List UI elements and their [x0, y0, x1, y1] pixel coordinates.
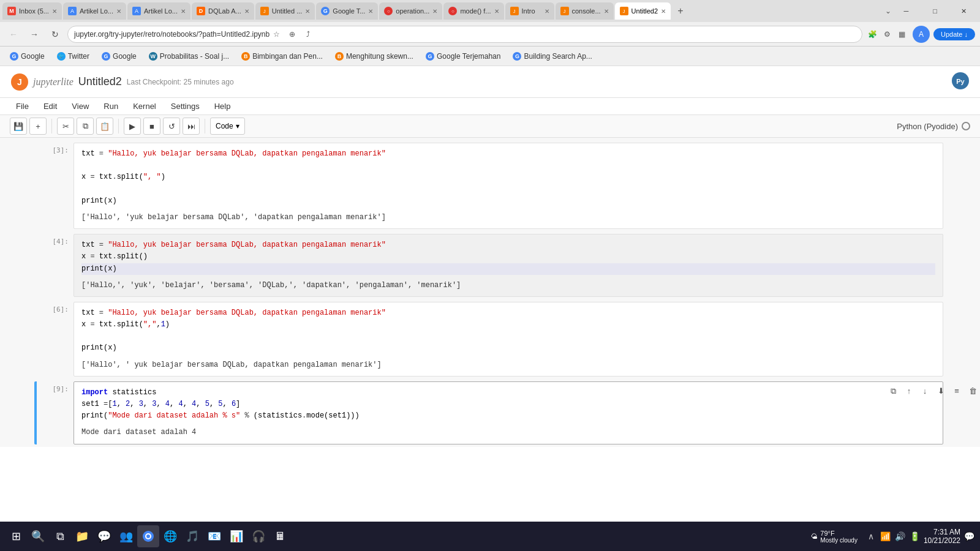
clock-display[interactable]: 7:31 AM 10/21/2022	[924, 528, 960, 545]
share-icon[interactable]: ⤴	[301, 28, 315, 41]
tab-intro[interactable]: J Intro ✕	[505, 2, 554, 20]
bookmark-twitter[interactable]: 🐦 Twitter	[52, 49, 94, 64]
cortana-button[interactable]: 💬	[93, 525, 115, 547]
menu-settings[interactable]: Settings	[165, 99, 206, 113]
menu-help[interactable]: Help	[208, 99, 237, 113]
tab-google-close[interactable]: ✕	[368, 8, 373, 15]
cell-9-line3: print("Mode dari dataset adalah % s" % (…	[81, 411, 360, 420]
address-bar[interactable]: jupyter.org/try-jupyter/retro/notebooks/…	[67, 26, 862, 43]
stop-button[interactable]: ■	[143, 118, 160, 135]
extensions-button[interactable]: 🧩	[866, 28, 880, 41]
tab-artikel2-close[interactable]: ✕	[181, 8, 186, 15]
tray-chevron[interactable]: ∧	[865, 530, 877, 542]
tray-battery[interactable]: 🔋	[909, 530, 921, 542]
bookmark-probabilitas[interactable]: W Probabilitas - Soal j...	[144, 49, 234, 64]
update-button[interactable]: Update ↓	[933, 28, 975, 40]
tab-dqlab[interactable]: D DQLab A... ✕	[192, 2, 254, 20]
cell-move-up-button[interactable]: ↑	[902, 384, 916, 399]
menu-file[interactable]: File	[10, 99, 35, 113]
edge-taskbar[interactable]: 🌐	[159, 525, 181, 547]
bookmark-bimbingan[interactable]: B Bimbingan dan Pen...	[236, 49, 328, 64]
tab-untitled-close[interactable]: ✕	[305, 8, 310, 15]
paste-button[interactable]: 📋	[96, 118, 113, 135]
spotify-taskbar[interactable]: 🎧	[247, 525, 270, 547]
tab-untitled[interactable]: J Untitled ... ✕	[255, 2, 315, 20]
run-button[interactable]: ▶	[124, 118, 141, 135]
tab-artikel2[interactable]: A Artikel Lo... ✕	[127, 2, 190, 20]
explorer-button[interactable]: 📁	[71, 525, 93, 547]
settings-button[interactable]: ⚙	[881, 28, 894, 41]
notification-button[interactable]: 💬	[963, 530, 975, 542]
tab-gmail-close[interactable]: ✕	[52, 8, 57, 15]
cell-4-content[interactable]: txt = "Hallo, yuk belajar bersama DQLab,…	[74, 234, 943, 297]
menu-edit[interactable]: Edit	[37, 99, 63, 113]
restart-run-button[interactable]: ⏭	[183, 118, 200, 135]
cell-format-button[interactable]: ≡	[949, 384, 964, 399]
tray-network[interactable]: 📶	[880, 530, 892, 542]
tab-dqlab-close[interactable]: ✕	[244, 8, 249, 15]
tab-gmail-title: Inbox (5...	[19, 7, 49, 15]
kernel-status-circle	[962, 122, 970, 130]
start-button[interactable]: ⊞	[5, 525, 27, 547]
reload-button[interactable]: ↻	[47, 26, 64, 43]
tab-mode-close[interactable]: ✕	[494, 8, 499, 15]
bookmark-google1[interactable]: G Google	[5, 49, 50, 64]
taskview-button[interactable]: ⧉	[49, 525, 71, 547]
cell-copy-button[interactable]: ⧉	[886, 384, 900, 399]
cell-delete-button[interactable]: 🗑	[965, 384, 980, 399]
copy-button[interactable]: ⧉	[77, 118, 94, 135]
cell-6-content[interactable]: txt = "Hallo, yuk belajar bersama DQLab,…	[74, 302, 943, 377]
teams-button[interactable]: 👥	[115, 525, 137, 547]
cut-button[interactable]: ✂	[57, 118, 74, 135]
forward-button[interactable]: →	[26, 26, 43, 43]
jupyter-logo: J jupyterlite	[10, 72, 74, 92]
cell-3-content[interactable]: txt = "Hallo, yuk belajar bersama DQLab,…	[74, 143, 943, 229]
cell-type-dropdown[interactable]: Code ▾	[210, 118, 245, 135]
tab-artikel1-close[interactable]: ✕	[116, 8, 121, 15]
tab-list-button[interactable]: ⌄	[885, 7, 891, 15]
profile-button[interactable]: A	[913, 26, 930, 43]
calc-taskbar[interactable]: 🖩	[270, 525, 292, 547]
outlook-taskbar[interactable]: 📧	[203, 525, 225, 547]
tab-console-close[interactable]: ✕	[604, 8, 609, 15]
tab-operation-close[interactable]: ✕	[432, 8, 437, 15]
bookmark-menghitung[interactable]: B Menghitung skewn...	[330, 49, 418, 64]
bookmark-star-icon[interactable]: ☆	[270, 28, 283, 41]
zoom-icon[interactable]: ⊕	[285, 28, 299, 41]
tab-google[interactable]: G Google T... ✕	[316, 2, 378, 20]
cell-6-output: ['Hallo', ' yuk belajar bersama DQLab, d…	[81, 358, 935, 371]
back-button[interactable]: ←	[5, 26, 22, 43]
maximize-button[interactable]: □	[921, 0, 949, 22]
cell-9-content[interactable]: import statistics set1 =[1, 2, 3, 3, 4, …	[74, 381, 943, 444]
menu-view[interactable]: View	[66, 99, 95, 113]
tab-mode[interactable]: ○ mode() f... ✕	[443, 2, 503, 20]
bookmark-google2[interactable]: G Google	[97, 49, 141, 64]
tab-console[interactable]: J console... ✕	[556, 2, 614, 20]
tab-untitled2-close[interactable]: ✕	[661, 8, 666, 15]
cell-4-number: [4]:	[37, 234, 74, 297]
sidebar-button[interactable]: ▦	[895, 28, 909, 41]
new-tab-button[interactable]: +	[672, 2, 689, 20]
cell-move-down-button[interactable]: ↓	[918, 384, 932, 399]
tab-gmail[interactable]: M Inbox (5... ✕	[2, 2, 62, 20]
menu-kernel[interactable]: Kernel	[127, 99, 162, 113]
tab-untitled2[interactable]: J Untitled2 ✕	[615, 2, 671, 20]
excel-taskbar[interactable]: 📊	[225, 525, 247, 547]
winamp-taskbar[interactable]: 🎵	[181, 525, 203, 547]
tab-artikel1[interactable]: A Artikel Lo... ✕	[63, 2, 126, 20]
bookmark-building[interactable]: G Building Search Ap...	[508, 49, 597, 64]
restart-button[interactable]: ↺	[163, 118, 180, 135]
save-button[interactable]: 💾	[10, 118, 27, 135]
menu-run[interactable]: Run	[97, 99, 124, 113]
cell-download-button[interactable]: ⬇	[933, 384, 948, 399]
search-button[interactable]: 🔍	[27, 525, 49, 547]
chrome-taskbar[interactable]	[137, 525, 159, 547]
close-button[interactable]: ✕	[950, 0, 978, 22]
tab-operation[interactable]: ○ operation... ✕	[379, 2, 442, 20]
bookmark-terjemahan[interactable]: G Google Terjemahan	[421, 49, 506, 64]
notebook-area[interactable]: [3]: txt = "Hallo, yuk belajar bersama D…	[0, 138, 980, 447]
minimize-button[interactable]: ─	[892, 0, 920, 22]
tray-sound[interactable]: 🔊	[894, 530, 907, 542]
add-cell-button[interactable]: +	[29, 118, 47, 135]
tab-intro-close[interactable]: ✕	[545, 8, 549, 15]
